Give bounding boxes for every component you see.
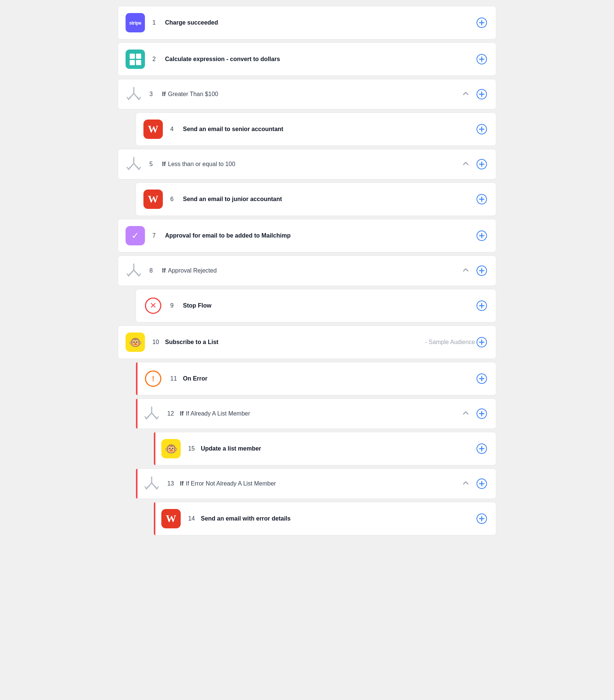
step-actions <box>475 372 488 385</box>
add-step-button[interactable] <box>475 299 488 312</box>
step-content: ! 11 On Error <box>143 369 475 388</box>
stripe-icon: stripe <box>126 13 145 32</box>
step-condition: Approval Rejected <box>168 267 217 274</box>
collapse-button[interactable] <box>461 265 471 277</box>
add-step-button[interactable] <box>475 52 488 66</box>
step-number: 7 <box>152 232 161 239</box>
error-icon: ! <box>143 369 163 388</box>
add-step-button[interactable] <box>475 16 488 29</box>
add-step-button[interactable] <box>475 264 488 277</box>
red-bar <box>154 432 155 465</box>
step-row: 8 If Approval Rejected <box>118 255 496 286</box>
approval-icon: ✓ <box>126 226 145 245</box>
add-step-button[interactable] <box>475 122 488 136</box>
step-label: Send an email with error details <box>201 515 475 522</box>
office-icon: W <box>161 509 181 528</box>
step-row: ! 11 On Error <box>136 362 496 395</box>
step-content: 12 If If Already A List Member <box>143 405 461 422</box>
step-content: 2 Calculate expression - convert to doll… <box>126 50 475 69</box>
step-number: 11 <box>170 375 179 382</box>
step-label: Send an email to junior accountant <box>183 196 475 203</box>
step-content: 13 If If Error Not Already A List Member <box>143 475 461 492</box>
step-label: Subscribe to a List <box>165 339 423 346</box>
add-step-button[interactable] <box>475 372 488 385</box>
workflow-container: stripe 1 Charge succeeded <box>118 6 496 535</box>
step-content: ✕ 9 Stop Flow <box>143 296 475 315</box>
step-row: W 6 Send an email to junior accountant <box>136 182 496 216</box>
step-condition: If Error Not Already A List Member <box>186 480 276 487</box>
step-condition: If Already A List Member <box>186 410 250 417</box>
step-actions <box>475 335 488 349</box>
step-number: 5 <box>149 161 158 168</box>
step-row: 5 If Less than or equal to 100 <box>118 149 496 179</box>
step-row: ✓ 7 Approval for email to be added to Ma… <box>118 219 496 252</box>
step-actions <box>475 52 488 66</box>
step-number: 2 <box>152 56 161 63</box>
step-actions <box>461 264 488 277</box>
fork-icon <box>143 405 160 422</box>
red-bar <box>136 469 137 499</box>
step-label: Update a list member <box>201 445 475 452</box>
step-number: 4 <box>170 126 179 133</box>
add-step-button[interactable] <box>475 407 488 420</box>
if-keyword: If <box>162 161 166 168</box>
collapse-button[interactable] <box>461 159 471 170</box>
step-actions <box>461 158 488 171</box>
add-step-button[interactable] <box>475 88 488 101</box>
if-keyword: If <box>180 410 184 417</box>
step-actions <box>461 477 488 490</box>
step-number: 9 <box>170 302 179 309</box>
step-content: W 6 Send an email to junior accountant <box>143 190 475 209</box>
add-step-button[interactable] <box>475 335 488 349</box>
step-number: 10 <box>152 339 161 346</box>
add-step-button[interactable] <box>475 158 488 171</box>
step-number: 1 <box>152 19 161 26</box>
step-label: Charge succeeded <box>165 19 475 26</box>
step-label: Approval for email to be added to Mailch… <box>165 232 475 239</box>
mailchimp-icon: 🐵 <box>161 439 181 458</box>
office-icon: W <box>143 190 163 209</box>
step-content: W 4 Send an email to senior accountant <box>143 120 475 139</box>
mailchimp-icon: 🐵 <box>126 332 145 352</box>
step-row: 12 If If Already A List Member <box>136 398 496 429</box>
step-actions <box>475 16 488 29</box>
calculator-icon <box>126 50 145 69</box>
office-icon: W <box>143 120 163 139</box>
add-step-button[interactable] <box>475 477 488 490</box>
add-step-button[interactable] <box>475 512 488 525</box>
fork-icon <box>143 475 160 492</box>
step-label: On Error <box>183 375 475 382</box>
step-actions <box>475 512 488 525</box>
step-label: Calculate expression - convert to dollar… <box>165 56 475 63</box>
step-condition: Less than or equal to 100 <box>168 161 235 168</box>
step-content: ✓ 7 Approval for email to be added to Ma… <box>126 226 475 245</box>
collapse-button[interactable] <box>461 408 471 420</box>
step-row: W 14 Send an email with error details <box>154 502 496 535</box>
step-number: 14 <box>188 515 197 522</box>
step-actions <box>475 192 488 206</box>
step-number: 15 <box>188 445 197 452</box>
step-actions <box>475 229 488 242</box>
fork-icon <box>126 262 142 279</box>
step-row: 2 Calculate expression - convert to doll… <box>118 42 496 76</box>
red-bar <box>136 399 137 429</box>
collapse-button[interactable] <box>461 478 471 490</box>
step-row: 🐵 15 Update a list member <box>154 432 496 465</box>
collapse-button[interactable] <box>461 89 471 100</box>
fork-icon <box>126 86 142 102</box>
step-label: Send an email to senior accountant <box>183 126 475 133</box>
step-number: 12 <box>167 410 176 417</box>
add-step-button[interactable] <box>475 442 488 455</box>
step-row: 13 If If Error Not Already A List Member <box>136 468 496 499</box>
step-sublabel: - Sample Audience <box>425 339 475 346</box>
step-number: 13 <box>167 480 176 487</box>
step-actions <box>475 442 488 455</box>
step-content: W 14 Send an email with error details <box>161 509 475 528</box>
step-actions <box>461 407 488 420</box>
fork-icon <box>126 156 142 172</box>
add-step-button[interactable] <box>475 192 488 206</box>
step-row: stripe 1 Charge succeeded <box>118 6 496 39</box>
red-bar <box>136 362 137 395</box>
add-step-button[interactable] <box>475 229 488 242</box>
if-keyword: If <box>180 480 184 487</box>
